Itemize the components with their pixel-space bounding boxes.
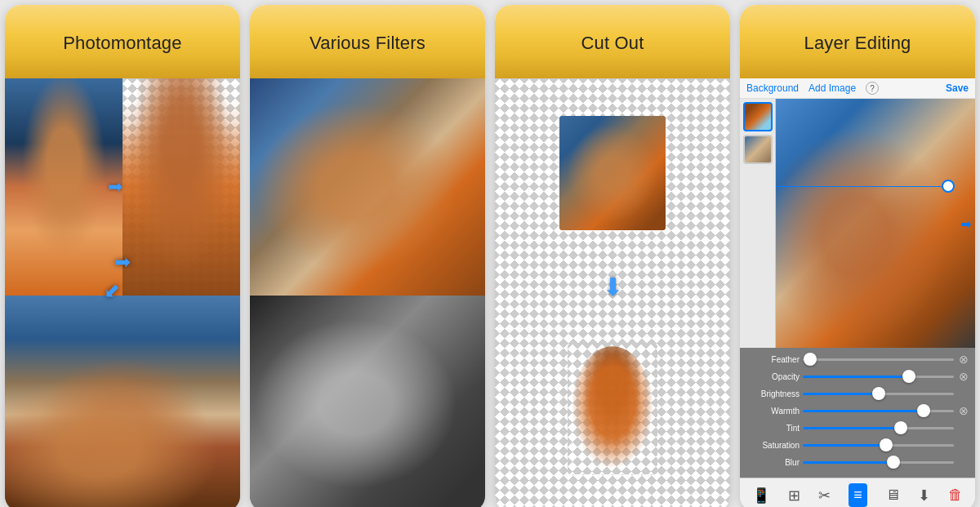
layer-sidebar [740, 99, 776, 348]
grid-icon[interactable]: ⊞ [788, 487, 800, 505]
pm-woman-photo [5, 78, 122, 296]
cutout-layout: ⬇ [495, 78, 730, 507]
layer-editor: Background Add Image ? Save ➡ [740, 78, 975, 507]
brightness-slider-row: Brightness ⊗ [746, 387, 969, 400]
saturation-track[interactable] [803, 444, 954, 447]
filters-title: Various Filters [310, 33, 425, 54]
layer-thumb-1[interactable] [743, 102, 773, 131]
cutout-content: ⬇ [495, 78, 730, 507]
layers-icon[interactable]: ≡ [849, 483, 867, 507]
tint-label: Tint [746, 424, 800, 433]
blur-label: Blur [746, 458, 800, 467]
arrow-icon-2: ⬋ [104, 279, 120, 302]
background-button[interactable]: Background [746, 82, 799, 94]
filter-color-image [250, 78, 485, 296]
photomontage-card: Photomontage ➡ ➡ ⬋ [5, 5, 240, 507]
scissors-icon[interactable]: ✂ [818, 487, 831, 505]
filter-bw-image [250, 296, 485, 508]
layer-editing-header: Layer Editing [740, 5, 975, 78]
cutout-header: Cut Out [495, 5, 730, 78]
saturation-slider-row: Saturation ⊗ [746, 438, 969, 451]
warmth-label: Warmth [746, 407, 800, 416]
blur-slider-row: Blur ⊗ [746, 456, 969, 469]
feather-track[interactable] [803, 358, 954, 361]
brightness-track[interactable] [803, 393, 954, 395]
help-icon[interactable]: ? [866, 82, 879, 95]
pm-composite [5, 296, 240, 508]
saturation-label: Saturation [746, 441, 800, 450]
layer-guide-circle[interactable] [942, 180, 955, 193]
feather-close-icon[interactable]: ⊗ [959, 353, 969, 366]
cutout-result-image [568, 344, 657, 474]
monitor-icon[interactable]: 🖥 [885, 487, 900, 504]
trash-icon[interactable]: 🗑 [948, 487, 963, 504]
filters-header: Various Filters [250, 5, 485, 78]
warmth-track[interactable] [803, 410, 954, 412]
download-icon[interactable]: ⬇ [918, 487, 930, 505]
brightness-label: Brightness [746, 389, 800, 398]
layer-editing-title: Layer Editing [804, 33, 911, 54]
tint-track[interactable] [803, 427, 954, 429]
blur-track[interactable] [803, 461, 954, 464]
cutout-source-image [559, 116, 666, 230]
cutout-arrow-icon: ⬇ [603, 273, 623, 301]
layer-main-area: ➡ [740, 99, 975, 348]
layer-canvas[interactable]: ➡ [776, 99, 975, 348]
tint-slider-row: Tint ⊗ [746, 421, 969, 434]
opacity-close-icon[interactable]: ⊗ [959, 370, 969, 383]
cutout-title: Cut Out [581, 33, 644, 54]
phone-icon[interactable]: 📱 [752, 487, 770, 505]
layer-bottom-bar: 📱 ⊞ ✂ ≡ 🖥 ⬇ 🗑 [740, 478, 975, 507]
cutout-card: Cut Out ⬇ [495, 5, 730, 507]
feather-slider-row: Feather ⊗ [746, 353, 969, 366]
filters-card: Various Filters [250, 5, 485, 507]
photomontage-content: ➡ ➡ ⬋ [5, 78, 240, 507]
arrow-right-icon: ➡ [108, 176, 122, 198]
photomontage-header: Photomontage [5, 5, 240, 78]
photomontage-title: Photomontage [63, 33, 182, 54]
save-button[interactable]: Save [946, 82, 969, 94]
opacity-track[interactable] [803, 376, 954, 378]
arrow-icon-1: ➡ [114, 251, 131, 274]
layer-controls: Feather ⊗ Opacity ⊗ [740, 348, 975, 478]
layer-editing-card: Layer Editing Background Add Image ? Sav… [740, 5, 975, 507]
filters-content [250, 78, 485, 507]
pm-cutout-photo: ➡ [122, 78, 240, 296]
layer-editing-content: Background Add Image ? Save ➡ [740, 78, 975, 507]
opacity-slider-row: Opacity ⊗ [746, 370, 969, 383]
warmth-close-icon[interactable]: ⊗ [959, 404, 969, 417]
layer-toolbar: Background Add Image ? Save [740, 78, 975, 99]
opacity-label: Opacity [746, 372, 800, 381]
warmth-slider-row: Warmth ⊗ [746, 404, 969, 417]
layer-thumb-2[interactable] [743, 135, 773, 164]
photomontage-grid: ➡ ➡ ⬋ [5, 78, 240, 507]
layer-guide-line [776, 186, 951, 187]
feather-label: Feather [746, 355, 800, 364]
layer-arrow-icon: ➡ [960, 216, 971, 231]
add-image-button[interactable]: Add Image [808, 82, 856, 94]
